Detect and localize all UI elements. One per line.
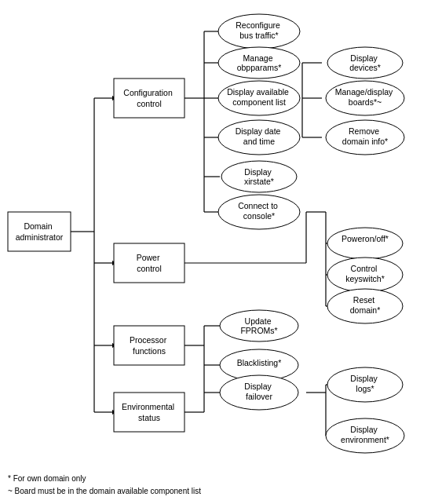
footnotes: * For own domain only ~ Board must be in… (8, 473, 201, 498)
poweron-label: Poweron/off* (342, 234, 389, 243)
display-xir-label: Display xirstate* (244, 167, 274, 186)
display-devices-label: Display devices* (349, 53, 381, 72)
control-keyswitch-label: Control keyswitch* (345, 264, 385, 283)
reconfig-bus-label: Reconfigure bus traffic* (236, 20, 283, 40)
display-avail-label: Display available component list (227, 87, 291, 107)
footnote-line2: ~ Board must be in the domain available … (8, 485, 201, 498)
poweron-ellipse (327, 228, 403, 259)
diagram: Domain administrator Configuration contr… (0, 0, 431, 479)
manage-obp-label: Manage obpparams* (237, 53, 282, 72)
display-failover-label: Display failover (244, 382, 273, 401)
reset-domain-label: Reset domain* (350, 295, 381, 315)
remove-domain-label: Remove domain info* (342, 126, 388, 146)
footnote-line1: * For own domain only (8, 473, 201, 485)
connect-console-label: Connect to console* (238, 201, 280, 221)
blacklisting-label: Blacklisting* (237, 358, 282, 367)
update-fproms-label: Update FPROMs* (240, 316, 277, 335)
